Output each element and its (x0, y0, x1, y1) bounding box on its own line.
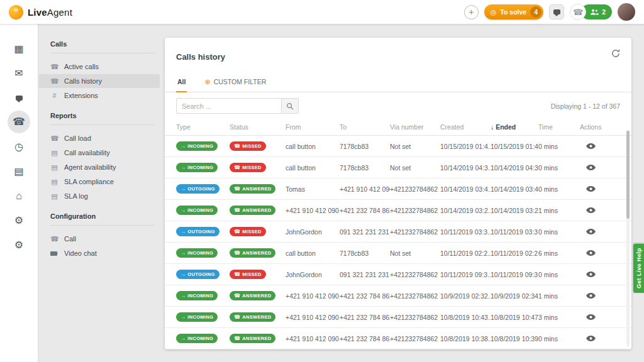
nav-item-agent-availability[interactable]: ▤Agent availability (39, 160, 160, 174)
status-cell: ☎ANSWERED (230, 334, 286, 344)
view-call-eye-icon[interactable] (580, 250, 596, 256)
table-row[interactable]: →INCOMING☎ANSWERED+421 910 412 090+421 2… (165, 328, 631, 349)
search-button[interactable] (282, 98, 299, 114)
refresh-icon[interactable] (611, 49, 620, 60)
table-row[interactable]: →OUTGOING☎MISSEDJohnGordon091 321 231 23… (165, 264, 631, 285)
history-icon[interactable]: ◷ (8, 138, 30, 155)
column-header-ended[interactable]: ↓ Ended (491, 123, 538, 131)
table-row[interactable]: →INCOMING☎ANSWERED+421 910 412 090+421 2… (165, 307, 631, 328)
phone-status-button[interactable]: ☎ (570, 4, 586, 20)
view-call-eye-icon[interactable] (580, 143, 596, 149)
column-header-from[interactable]: From (286, 123, 340, 131)
view-call-eye-icon[interactable] (580, 272, 596, 277)
nav-section-calls: Calls☎Active calls☎Calls history#Extensi… (50, 40, 155, 102)
status-badge: ☎ANSWERED (230, 184, 275, 194)
tickets-icon[interactable]: ✉ (8, 65, 30, 82)
table-row[interactable]: →OUTGOING☎ANSWEREDTomas+421 910 412 090+… (165, 178, 631, 200)
tab-all[interactable]: All (176, 74, 187, 92)
view-call-eye-icon[interactable] (580, 207, 596, 213)
nav-item-sla-log[interactable]: ▤SLA log (39, 189, 160, 203)
nav-item-extensions[interactable]: #Extensions (39, 89, 160, 102)
table-row[interactable]: →INCOMING☎ANSWEREDcall button7178cb83Not… (165, 243, 631, 264)
status-badge: ☎ANSWERED (230, 291, 275, 300)
calls-icon[interactable]: ☎ (8, 111, 30, 133)
view-call-eye-icon[interactable] (580, 186, 596, 192)
chat-toggle-button[interactable] (549, 4, 564, 19)
settings-icon[interactable]: ⚙ (8, 212, 30, 229)
type-badge: →INCOMING (176, 291, 218, 300)
column-header-actions[interactable]: Actions (580, 123, 631, 131)
nav-item-label: Extensions (64, 92, 98, 99)
nav-item-sla-compliance[interactable]: ▤SLA compliance (39, 175, 160, 189)
table-row[interactable]: →INCOMING☎MISSEDcall button7178cb83Not s… (165, 157, 631, 178)
arrow-icon: → (180, 165, 186, 170)
column-header-created[interactable]: Created (440, 123, 491, 131)
column-header-type[interactable]: Type (176, 123, 230, 131)
nav-item-call-load[interactable]: ☎Call load (39, 131, 160, 145)
time-cell: 0 mins (538, 335, 580, 343)
ended-cell: 10/8/2019 10:39... (491, 335, 538, 343)
hash-icon: # (50, 92, 58, 99)
time-cell: 3 mins (538, 314, 580, 321)
view-call-eye-icon[interactable] (580, 293, 596, 299)
chats-icon[interactable] (8, 89, 30, 106)
view-call-eye-icon[interactable] (580, 314, 596, 320)
phone-icon: ☎ (234, 208, 240, 213)
table-row[interactable]: →INCOMING☎ANSWERED+421 910 412 090+421 2… (165, 285, 631, 307)
tab-custom-filter[interactable]: ⊕CUSTOM FILTER (203, 74, 267, 92)
view-call-eye-icon[interactable] (580, 229, 596, 234)
get-live-help-button[interactable]: Get Live Help (633, 244, 644, 293)
to-cell: +421 232 784 862 (340, 292, 390, 300)
phone-icon: ☎ (234, 144, 240, 149)
nav-item-label: Active calls (64, 63, 99, 70)
table-row[interactable]: →OUTGOING☎MISSEDJohnGordon091 321 231 23… (165, 221, 631, 243)
page-title: Calls history (176, 52, 225, 63)
plus-circle-icon: ⊕ (204, 79, 210, 85)
nav-item-active-calls[interactable]: ☎Active calls (39, 60, 160, 74)
dashboard-icon[interactable]: ▦ (8, 40, 30, 57)
via-number-cell: +421232784862 (390, 271, 440, 278)
phone-icon: ☎ (50, 63, 58, 70)
arrow-icon: → (180, 251, 186, 256)
search-input[interactable] (176, 98, 282, 114)
scrollbar[interactable] (626, 129, 630, 346)
avatar[interactable] (618, 3, 635, 21)
nav-item-video-chat[interactable]: Video chat (39, 246, 160, 260)
nav-item-calls-history[interactable]: ☎Calls history (39, 74, 160, 88)
tab-label: CUSTOM FILTER (214, 78, 267, 85)
doc-icon: ▤ (50, 178, 58, 185)
divider (50, 225, 155, 226)
ended-cell: 10/11/2019 09:3... (491, 271, 538, 278)
nav-item-call[interactable]: ☎Call (39, 232, 160, 246)
nav-item-label: Calls history (64, 77, 102, 85)
type-badge: →INCOMING (176, 163, 218, 172)
from-cell: +421 910 412 090 (286, 292, 340, 300)
column-header-status[interactable]: Status (230, 123, 286, 131)
add-button[interactable]: + (464, 5, 479, 19)
table-row[interactable]: →INCOMING☎MISSEDcall button7178cb83Not s… (165, 136, 631, 157)
chat-icon (553, 9, 560, 14)
view-call-eye-icon[interactable] (580, 336, 596, 341)
table-row[interactable]: →INCOMING☎ANSWERED+421 910 412 090+421 2… (165, 200, 631, 221)
phone-icon: ☎ (234, 229, 240, 234)
brand-bold: Live (28, 7, 47, 18)
contacts-icon[interactable]: ▤ (8, 163, 30, 180)
column-header-via-number[interactable]: Via number (390, 123, 440, 131)
nav-item-call-availability[interactable]: ▤Call availability (39, 146, 160, 160)
created-cell: 10/11/2019 02:2... (440, 250, 491, 257)
created-cell: 10/14/2019 04:3... (440, 164, 491, 172)
view-call-eye-icon[interactable] (580, 165, 596, 170)
time-cell: 1 mins (538, 207, 580, 214)
column-header-time[interactable]: Time (538, 123, 580, 131)
actions-cell (580, 207, 631, 214)
to-solve-button[interactable]: ◎ To solve 4 (484, 4, 543, 19)
created-cell: 10/15/2019 01:4... (440, 143, 491, 150)
billing-icon[interactable]: ⌂ (8, 187, 30, 204)
configuration-icon[interactable]: ⚙ (8, 236, 30, 253)
actions-cell (580, 292, 631, 300)
column-header-to[interactable]: To (340, 123, 390, 131)
nav-item-label: Call availability (64, 149, 110, 156)
to-cell: 7178cb83 (340, 250, 390, 257)
scrollbar-thumb[interactable] (626, 131, 630, 219)
type-badge: →OUTGOING (176, 270, 219, 279)
